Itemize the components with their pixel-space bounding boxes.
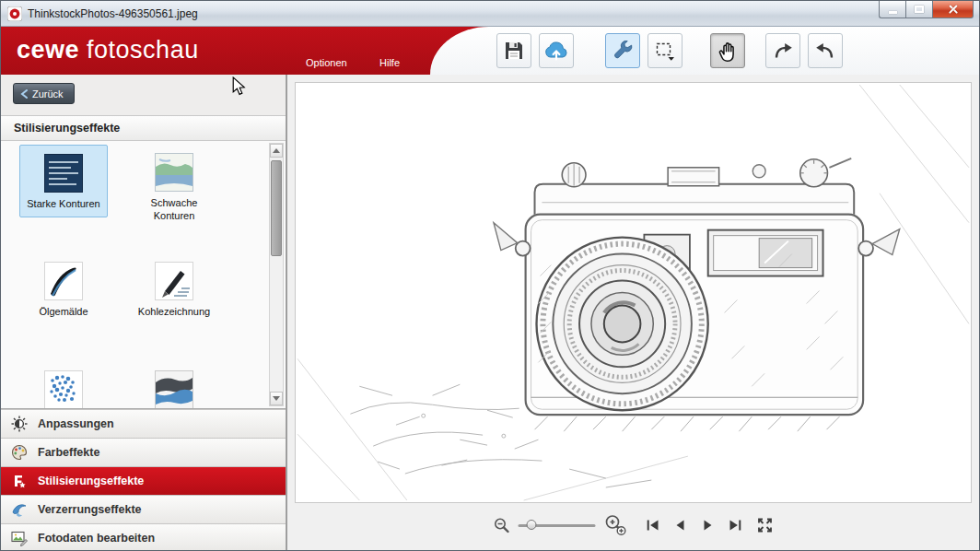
zoom-out-icon [493,517,509,533]
back-label: Zurück [32,88,64,100]
viewer-canvas [286,75,979,550]
category-farbeffekte[interactable]: Farbeffekte [1,438,286,466]
logo-light: fotoschau [87,36,199,64]
first-image-button[interactable] [643,516,661,534]
next-image-button[interactable] [698,516,717,534]
triangle-down-icon [273,396,280,401]
category-label: Anpassungen [38,417,114,430]
zoom-slider-handle[interactable] [526,520,536,530]
photo-canvas[interactable] [295,82,972,503]
first-icon [645,518,659,533]
scrollbar-thumb[interactable] [271,160,282,256]
hand-icon [716,39,741,64]
charcoal-drawing-effect-icon [154,261,194,301]
palette-icon [9,442,29,463]
maximize-button[interactable] [905,1,932,18]
window-controls [879,1,974,18]
category-label: Verzerrungseffekte [38,503,142,516]
fullscreen-button[interactable] [753,514,776,536]
window-title: ThinkstockPhotos-496350561.jpeg [28,7,198,20]
effect-tile-oelgemaelde[interactable]: Ölgemälde [19,253,108,324]
pan-tool-button[interactable] [710,33,745,68]
menu-optionen[interactable]: Optionen [306,57,347,68]
last-icon [728,518,742,533]
previous-image-button[interactable] [671,516,689,534]
sun-adjustments-icon [9,414,29,434]
save-button[interactable] [496,33,531,68]
maximize-icon [915,6,924,13]
distortion-icon [9,499,29,520]
photo-sketch [296,83,971,502]
strong-contours-effect-icon [43,153,84,193]
cloud-upload-button[interactable] [539,33,574,68]
cloud-upload-icon [544,40,568,62]
sidebar: Zurück Stilisierungseffekte Starke Kontu… [1,75,286,551]
logo-bold: cewe [17,36,79,64]
photo-edit-icon [9,528,29,548]
effect-tile-schwache-konturen[interactable]: Schwache Konturen [130,145,218,229]
effect-label: Ölgemälde [19,306,108,324]
curved-arrow-right-icon [772,40,794,62]
fx-star-icon [9,471,29,491]
app-icon [7,6,22,21]
oil-painting-effect-icon [43,261,84,301]
chevron-left-icon [20,89,28,99]
effect-tile-starke-konturen[interactable]: Starke Konturen [19,145,108,217]
zoom-slider[interactable] [518,519,595,532]
panel-title: Stilisierungseffekte [1,115,286,141]
selection-rectangle-icon [654,40,676,62]
effect-tile-kohlezeichnung[interactable]: Kohlezeichnung [130,253,218,324]
triangle-up-icon [273,148,280,153]
tools-button[interactable] [605,33,640,68]
floppy-disk-icon [503,40,525,62]
effect-tile-wave[interactable] [130,362,218,409]
effect-tile-pointillism[interactable] [19,362,108,409]
menu-hilfe[interactable]: Hilfe [379,57,400,68]
pointillism-effect-icon [43,369,84,409]
effects-list: Starke Konturen Schwache Konturen [1,141,286,409]
close-icon [947,4,959,16]
weak-contours-effect-icon [154,152,194,193]
zoom-in-icon [603,513,626,536]
category-fotodaten-bearbeiten[interactable]: Fotodaten bearbeiten [1,523,286,551]
category-label: Stilisierungseffekte [38,475,144,487]
previous-icon [672,518,687,533]
scrollbar-down-arrow[interactable] [270,392,283,405]
title-bar[interactable]: ThinkstockPhotos-496350561.jpeg [1,1,979,27]
undo-button[interactable] [808,33,843,68]
app-window: ThinkstockPhotos-496350561.jpeg cewe fot… [0,0,980,551]
effect-label: Starke Konturen [20,198,107,217]
effect-label: Schwache Konturen [130,197,218,229]
category-label: Farbeffekte [38,446,99,459]
category-verzerrungseffekte[interactable]: Verzerrungseffekte [1,495,286,523]
close-button[interactable] [932,1,974,18]
last-image-button[interactable] [726,516,744,534]
viewer-controls [491,511,776,538]
back-button[interactable]: Zurück [13,83,75,104]
next-icon [700,518,715,533]
redo-button[interactable] [765,33,800,68]
fullscreen-icon [755,516,774,534]
minimize-button[interactable] [879,1,905,18]
category-accordion: Anpassungen Farbeffekte Stilisierungseff… [1,409,286,551]
category-anpassungen[interactable]: Anpassungen [1,409,286,438]
wave-effect-icon [154,369,194,409]
wrench-icon [612,40,634,62]
category-stilisierungseffekte[interactable]: Stilisierungseffekte [1,466,286,495]
minimize-icon [889,11,897,14]
app-header: cewe fotoschau Optionen Hilfe [1,27,979,75]
category-label: Fotodaten bearbeiten [38,532,155,545]
scrollbar-up-arrow[interactable] [270,144,283,158]
zoom-out-button[interactable] [491,515,511,535]
curved-arrow-left-icon [814,40,836,62]
main-toolbar [496,33,843,68]
effect-label: Kohlezeichnung [130,306,218,324]
selection-tool-button[interactable] [648,33,682,68]
app-logo: cewe fotoschau [17,36,199,64]
effects-scrollbar[interactable] [269,143,284,406]
zoom-in-button[interactable] [601,511,628,538]
